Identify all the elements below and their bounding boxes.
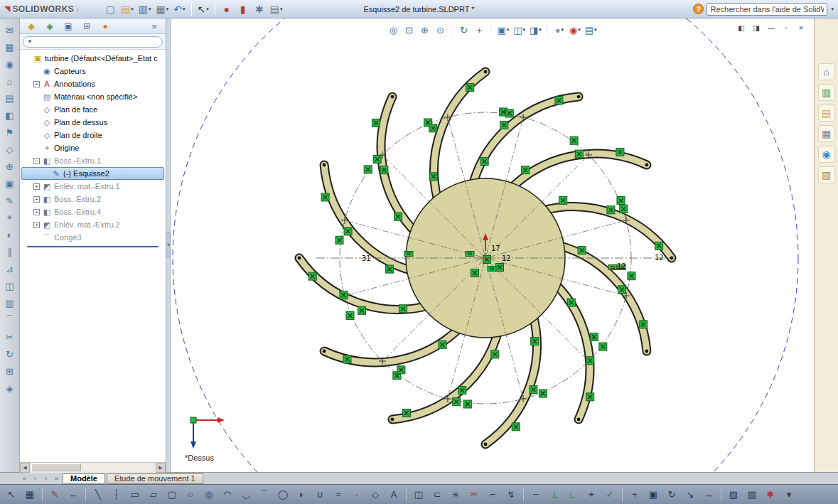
rollback-bar[interactable] (27, 246, 159, 247)
offset-entities[interactable]: ≡ (447, 486, 464, 503)
fully-define-sketch[interactable]: ✓ (601, 486, 618, 503)
options-button[interactable]: ✱ (252, 1, 267, 17)
zoom-to-fit-button[interactable]: ◎ (386, 23, 400, 37)
tab-scroll-button-3[interactable]: › (41, 474, 50, 483)
restore-button[interactable]: ▫ (780, 23, 792, 33)
side-tool-20[interactable]: ↻ (2, 346, 18, 362)
side-tool-7[interactable]: ⚑ (2, 124, 18, 140)
blade-tip-point[interactable] (323, 350, 326, 353)
view-settings-button[interactable]: ▤▾ (584, 23, 598, 37)
edit-appearance-button[interactable]: ●▾ (552, 23, 566, 37)
text-tool[interactable]: A (385, 486, 402, 503)
equal-constraint-marker[interactable] (608, 265, 617, 270)
rotate-entities[interactable]: ↻ (663, 486, 680, 503)
perimeter-circle-tool[interactable]: ◎ (200, 486, 217, 503)
tree-item-plan-de-face[interactable]: ◇Plan de face (21, 103, 164, 116)
tree-item-mat-riau-non-sp-cifi[interactable]: ▤Matériau <non spécifié> (21, 90, 164, 103)
smart-dimension[interactable]: ↔ (65, 486, 82, 503)
grid-settings[interactable]: ▦ (21, 486, 38, 503)
tab-mod-le[interactable]: Modèle (63, 473, 105, 484)
tree-item-enl-v-mat-extru-2[interactable]: +◩Enlèv. mat.-Extru.2 (21, 218, 164, 231)
print-button[interactable]: ▦▾ (154, 1, 171, 17)
side-tool-2[interactable]: ▦ (2, 39, 18, 55)
stretch-entities[interactable]: ↔ (700, 486, 717, 503)
sketch-canvas[interactable]: 3117121212 (171, 18, 814, 472)
dimxpertmanager-tab[interactable]: ⊞ (77, 19, 96, 33)
side-tool-22[interactable]: ◈ (2, 380, 18, 396)
undo-button[interactable]: ↶▾ (171, 1, 187, 17)
tangent-arc-tool[interactable]: ◡ (237, 486, 254, 503)
tree-item-capteurs[interactable]: ◉Capteurs (21, 65, 164, 77)
blade-tip-point[interactable] (391, 418, 394, 422)
search-caret-icon[interactable]: ▾ (831, 6, 834, 12)
rotate-view-button[interactable]: ↻ (456, 23, 471, 37)
help-search-input[interactable] (707, 3, 827, 16)
expand-icon[interactable]: + (33, 81, 40, 87)
side-tool-5[interactable]: ▤ (2, 90, 18, 106)
pane-left-button[interactable]: ◧ (736, 23, 747, 33)
file-explorer-button[interactable]: ▤ (818, 104, 835, 122)
apply-scene-button[interactable]: ◉▾ (568, 23, 582, 37)
side-tool-15[interactable]: ⊿ (2, 261, 18, 277)
tree-item-plan-de-droite[interactable]: ◇Plan de droite (21, 129, 164, 141)
side-tool-16[interactable]: ◫ (2, 278, 18, 294)
dimension-label[interactable]: 12 (617, 262, 626, 270)
filter-input[interactable]: ▼ (23, 36, 163, 48)
extend-entities[interactable]: ⌐ (484, 486, 501, 503)
scroll-right-button[interactable]: ▶ (156, 463, 166, 473)
side-tool-13[interactable]: ◐ (2, 227, 18, 242)
dimension-label[interactable]: 17 (491, 245, 500, 252)
polygon-tool[interactable]: ◇ (367, 486, 384, 503)
tree-item-plan-de-dessus[interactable]: ◇Plan de dessus (21, 116, 164, 129)
blade-tip-point[interactable] (577, 95, 581, 99)
open-document-button[interactable]: ▤▾ (119, 1, 136, 17)
side-tool-19[interactable]: ✂ (2, 329, 18, 345)
tree-item-boss-extru-1[interactable]: −◧Boss.-Extru.1 (21, 154, 164, 167)
help-icon[interactable]: ? (693, 4, 704, 14)
side-tool-8[interactable]: ◇ (2, 141, 18, 157)
equal-constraint-marker[interactable] (488, 267, 496, 272)
equal-constraint-marker[interactable] (466, 252, 474, 257)
zoom-in-out-button[interactable]: ⊕ (417, 23, 431, 37)
side-tool-6[interactable]: ◧ (2, 107, 18, 123)
scroll-thumb[interactable] (31, 463, 81, 471)
centerline-tool[interactable]: ┆ (108, 486, 125, 503)
side-tool-21[interactable]: ⊞ (2, 363, 18, 379)
modify-sketch[interactable]: ✱ (762, 486, 779, 503)
blade-tip-point[interactable] (645, 350, 649, 353)
solidworks-resources-button[interactable]: ⌂ (818, 63, 835, 80)
blade-tip-point[interactable] (391, 95, 394, 99)
side-tool-9[interactable]: ⊕ (2, 159, 18, 174)
view-palette-button[interactable]: ▦ (818, 125, 835, 142)
blade-tip-point[interactable] (645, 163, 649, 167)
fm-overflow-button[interactable]: » (145, 19, 163, 33)
sketch-tool[interactable]: ✎ (46, 486, 63, 503)
side-tool-10[interactable]: ▣ (2, 176, 18, 191)
partial-ellipse-tool[interactable]: ◗ (293, 486, 310, 503)
area-hatch[interactable]: ▧ (743, 486, 761, 503)
dimension-label[interactable]: 12 (502, 254, 511, 262)
move-entities[interactable]: + (626, 486, 643, 503)
scale-entities[interactable]: ↘ (682, 486, 699, 503)
tab-scroll-button-2[interactable]: ‹ (31, 474, 40, 483)
configurationmanager-tab[interactable]: ▣ (59, 19, 77, 33)
expand-icon[interactable]: + (33, 222, 40, 228)
tree-item-boss-extru-2[interactable]: +◧Boss.-Extru.2 (21, 193, 164, 205)
tree-item-enl-v-mat-extru-1[interactable]: +◩Enlèv. mat.-Extru.1 (21, 180, 164, 193)
scroll-track[interactable] (30, 463, 156, 473)
mirror-entities[interactable]: ◫ (410, 486, 427, 503)
featuremanager-tab[interactable]: ◆ (22, 19, 41, 33)
dimension-label[interactable]: 31 (362, 254, 371, 262)
copy-entities[interactable]: ▣ (645, 486, 662, 503)
side-tool-11[interactable]: ✎ (2, 193, 18, 208)
tab-etude-de-mouvement-1[interactable]: Etude de mouvement 1 (107, 473, 203, 484)
side-tool-3[interactable]: ◉ (2, 56, 18, 72)
parabola-tool[interactable]: ∪ (311, 486, 328, 503)
propertymanager-tab[interactable]: ◈ (41, 19, 59, 33)
tab-scroll-button-4[interactable]: » (52, 474, 61, 483)
scroll-left-button[interactable]: ◀ (20, 463, 30, 473)
expand-icon[interactable]: + (33, 209, 40, 215)
zoom-to-area-button[interactable]: ⊡ (402, 23, 416, 37)
rectangle-tool[interactable]: ▭ (127, 486, 144, 503)
zoom-to-selection-button[interactable]: ⊙ (433, 23, 447, 37)
